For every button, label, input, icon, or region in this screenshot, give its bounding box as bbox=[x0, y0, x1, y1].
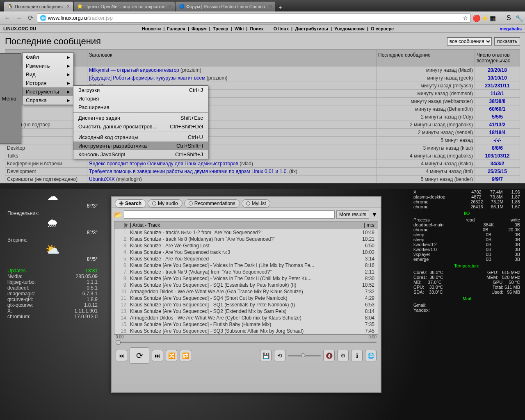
browser-tab-0[interactable]: 🐧Последние сообщения× bbox=[4, 2, 73, 11]
flash-icon[interactable]: ⚡ bbox=[481, 14, 488, 22]
submenu-item[interactable]: ЗагрузкиCtrl+J bbox=[73, 86, 208, 94]
track-row[interactable]: 6.Klaus Schulze [Are You Sequenced] - Vo… bbox=[114, 262, 378, 269]
track-row[interactable]: 7.Klaus Schulze - track № 9 (Vidanya) fr… bbox=[114, 269, 378, 275]
refresh-icon[interactable]: ⟲ bbox=[274, 350, 285, 361]
next-button[interactable]: ⏭ bbox=[152, 350, 163, 361]
system-monitor: X470277.4M1.96plasma-desktop487273.8M1.8… bbox=[413, 189, 520, 313]
settings-icon[interactable]: ⚙ bbox=[337, 350, 349, 361]
seek-slider[interactable] bbox=[116, 342, 377, 343]
track-row[interactable]: 1.Klaus Schulze - track's №№ 1-2 from "A… bbox=[114, 229, 378, 236]
submenu-item[interactable]: Диспетчер задачShift+Esc bbox=[73, 114, 208, 122]
time-total: 0:00 bbox=[369, 335, 377, 339]
nav-link[interactable]: О linux bbox=[274, 26, 289, 31]
stylish-icon[interactable]: S bbox=[507, 14, 514, 22]
submenu-item[interactable]: Исходный код страницыCtrl+U bbox=[73, 133, 208, 142]
menu-item[interactable]: Файл▶ bbox=[23, 53, 73, 62]
nav-link[interactable]: Дистрибутивы bbox=[295, 26, 328, 31]
browser-tab-1[interactable]: ⭐Проект OpenNet - портал по открытом× bbox=[74, 2, 175, 11]
menu-item[interactable]: История▶ bbox=[23, 79, 73, 87]
table-row[interactable]: DevelopmentТребуется помощь в завершении… bbox=[5, 168, 520, 176]
show-button[interactable]: показать bbox=[494, 37, 520, 46]
track-row[interactable]: 3.Klaus Schulze - Are We Getting Lost6:5… bbox=[114, 242, 378, 249]
filter-icon[interactable]: ▼ bbox=[371, 211, 378, 218]
submenu-item[interactable]: Консоль JavaScriptCtrl+Shift+J bbox=[73, 150, 208, 159]
track-list[interactable]: 1.Klaus Schulze - track's №№ 1-2 from "A… bbox=[114, 229, 378, 335]
pkg-row: chromium:17.0.913.0 bbox=[7, 314, 98, 320]
site-logo[interactable]: LINUX.ORG.RU bbox=[3, 26, 36, 31]
tab-title: Проект OpenNet - портал по открытом bbox=[84, 4, 164, 9]
nav-link[interactable]: Уведомления bbox=[334, 26, 365, 31]
track-row[interactable]: 10.Armageddon Dildos - We Are What We Ar… bbox=[114, 288, 378, 295]
new-tab-button[interactable]: + bbox=[276, 3, 284, 11]
nav-link[interactable]: Трекер bbox=[213, 26, 228, 31]
track-row[interactable]: 8.Klaus Schulze [Are You Sequenced] - Vo… bbox=[114, 275, 378, 282]
track-row[interactable]: 2.Klaus Schulze - track № 8 (Moldanya) f… bbox=[114, 236, 378, 242]
table-row[interactable]: Скриншоты (не подтверждено)UbuntuXXX (my… bbox=[5, 176, 520, 183]
table-row[interactable]: Milkymist — открытый видеосинтезатор (pr… bbox=[5, 66, 520, 74]
info-icon[interactable]: ℹ bbox=[351, 350, 363, 361]
ext-icon[interactable]: ▦ bbox=[490, 14, 497, 22]
forward-button[interactable]: → bbox=[14, 13, 24, 23]
temp-header: Temperature bbox=[413, 263, 520, 268]
submenu-item[interactable]: История bbox=[73, 94, 208, 103]
player-tab-recommendations[interactable]: Recommendations bbox=[184, 199, 240, 208]
tools-submenu: ЗагрузкиCtrl+JИсторияРасширенияДиспетчер… bbox=[73, 85, 208, 159]
nav-link[interactable]: Галерея bbox=[167, 26, 185, 31]
username-link[interactable]: megabaks bbox=[500, 26, 522, 31]
prev-button[interactable]: ⏮ bbox=[116, 350, 127, 361]
track-row[interactable]: 14.Armageddon Dildos - We Are What We Ar… bbox=[114, 315, 378, 321]
play-button[interactable]: ⟳ bbox=[130, 347, 149, 364]
player-tab-mylist[interactable]: MyList bbox=[242, 199, 271, 208]
track-row[interactable]: 13.Klaus Schulze [Are You Sequenced] - S… bbox=[114, 308, 378, 315]
track-row[interactable]: 4.Klaus Schulze - Are You Sequenced trac… bbox=[114, 249, 378, 256]
close-icon[interactable]: × bbox=[169, 4, 171, 9]
browser-tab-2[interactable]: 🔵Форум | Russian Gentoo Linux Commu× bbox=[176, 2, 275, 11]
col-count: Число ответов всего/день/час bbox=[475, 50, 520, 66]
submenu-item[interactable]: Расширения bbox=[73, 103, 208, 112]
more-results-button[interactable]: More results bbox=[336, 210, 369, 219]
web-icon[interactable]: 🌐 bbox=[365, 350, 377, 361]
track-row[interactable]: 5.Klaus Schulze - Are You Sequenced3:14 bbox=[114, 256, 378, 262]
reload-button[interactable]: ⟳ bbox=[25, 13, 35, 23]
player-tab-search[interactable]: Search bbox=[115, 199, 146, 208]
back-button[interactable]: ← bbox=[2, 13, 12, 23]
nav-link[interactable]: Форум bbox=[192, 26, 207, 31]
nav-link[interactable]: Новости bbox=[142, 26, 161, 31]
nav-link[interactable]: Поиск bbox=[250, 26, 263, 31]
table-row[interactable]: Конференции и встречиЯндекс проводит вто… bbox=[5, 160, 520, 168]
track-row[interactable]: 16.Klaus Schulze [Are You Sequenced] - S… bbox=[114, 328, 378, 334]
save-icon[interactable]: 💾 bbox=[260, 350, 272, 361]
url-input[interactable]: 🌐 www.linux.org.ru/tracker.jsp ☆ bbox=[37, 14, 471, 23]
nav-link[interactable]: О сервере bbox=[371, 26, 394, 31]
abp-icon[interactable]: 🔴 bbox=[472, 14, 480, 22]
io-row: kworker/1:00B0B bbox=[413, 247, 520, 252]
menu-item[interactable]: Инструменты▶ bbox=[23, 87, 73, 96]
tab-title: Последние сообщения bbox=[15, 4, 63, 9]
menu-item[interactable]: Вид▶ bbox=[23, 70, 73, 79]
track-row[interactable]: 9.Klaus Schulze [Are You Sequenced] - SQ… bbox=[114, 282, 378, 288]
bookmark-star-icon[interactable]: ☆ bbox=[463, 15, 468, 21]
filter-select[interactable]: все сообщения bbox=[447, 37, 492, 46]
shuffle-button[interactable]: 🔀 bbox=[166, 350, 177, 361]
track-row[interactable]: 15.Klaus Schulze [Are You Sequenced] - F… bbox=[114, 321, 378, 328]
wrench-icon[interactable]: 🔧 bbox=[515, 14, 523, 22]
repeat-button[interactable]: 🔁 bbox=[180, 350, 191, 361]
close-icon[interactable]: × bbox=[269, 4, 272, 9]
table-row[interactable]: [будущее] Роботы-фермеры: кукурузы хвати… bbox=[5, 74, 520, 82]
nav-link[interactable]: Wiki bbox=[235, 26, 244, 31]
mute-icon[interactable]: 🔇 bbox=[323, 350, 335, 361]
open-folder-icon[interactable]: 📂 bbox=[114, 211, 122, 219]
track-row[interactable]: 12.Klaus Schulze [Are You Sequenced] - S… bbox=[114, 301, 378, 308]
menu-item[interactable]: Изменить▶ bbox=[23, 62, 73, 70]
volume-slider[interactable] bbox=[288, 355, 321, 356]
search-input[interactable] bbox=[124, 210, 335, 219]
menu-button[interactable]: Меню bbox=[0, 53, 21, 144]
submenu-item[interactable]: Инструменты разработчикаCtrl+Shift+I bbox=[73, 142, 208, 150]
submenu-item[interactable]: Очистить данные просмотров...Ctrl+Shift+… bbox=[73, 122, 208, 131]
io-row: sleep0B0B bbox=[413, 232, 520, 237]
player-tab-myaudio[interactable]: My audio bbox=[148, 199, 183, 208]
menu-item[interactable]: Справка▶ bbox=[23, 96, 73, 105]
close-icon[interactable]: × bbox=[67, 4, 70, 9]
proc-row: chrome2641666.1M1.67 bbox=[413, 204, 520, 209]
track-row[interactable]: 11.Klaus Schulze [Are You Sequenced] - S… bbox=[114, 295, 378, 301]
